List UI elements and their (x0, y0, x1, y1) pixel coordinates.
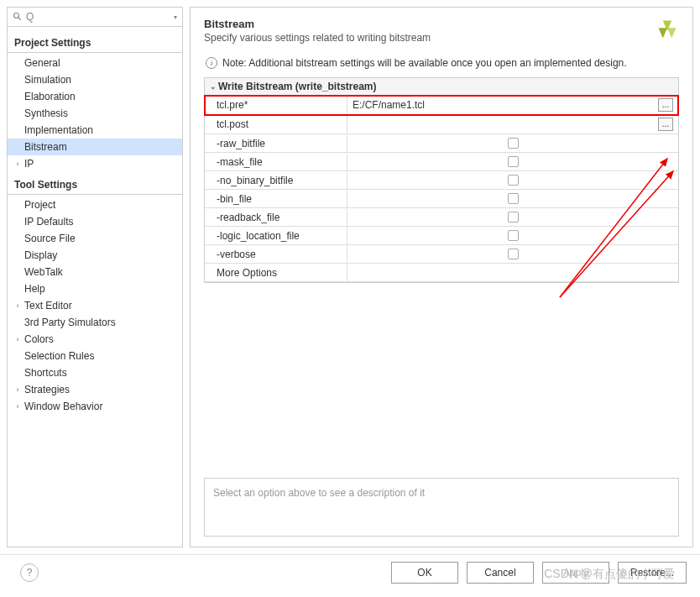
svg-line-1 (18, 18, 21, 20)
chevron-down-icon: ⌄ (210, 82, 217, 91)
checkbox[interactable] (508, 230, 519, 241)
nav-bitstream[interactable]: Bitstream (8, 139, 182, 155)
row-verbose[interactable]: -verbose (205, 245, 678, 264)
nav-3rd-party-sim[interactable]: 3rd Party Simulators (8, 314, 182, 331)
nav-ip-defaults[interactable]: IP Defaults (8, 213, 182, 230)
row-more-options[interactable]: More Options (205, 264, 678, 282)
nav-source-file[interactable]: Source File (8, 230, 182, 247)
search-bar[interactable]: Q ▾ (8, 8, 182, 27)
row-tcl-pre[interactable]: tcl.pre* E:/CF/name1.tcl ... (205, 96, 678, 115)
chevron-right-icon: › (13, 401, 23, 411)
tcl-pre-value: E:/CF/name1.tcl (353, 99, 425, 111)
nav-project[interactable]: Project (8, 196, 182, 213)
checkbox[interactable] (508, 175, 519, 186)
chevron-right-icon: › (13, 385, 23, 395)
checkbox[interactable] (508, 138, 519, 149)
description-box: Select an option above to see a descript… (204, 478, 679, 537)
group-header[interactable]: ⌄ Write Bitstream (write_bitstream) (205, 78, 678, 96)
dialog-buttons: ? OK Cancel Apply Restore... (0, 554, 700, 590)
nav-webtalk[interactable]: WebTalk (8, 264, 182, 280)
checkbox[interactable] (508, 212, 519, 223)
nav-window-behavior[interactable]: ›Window Behavior (8, 398, 182, 415)
nav-synthesis[interactable]: Synthesis (8, 105, 182, 122)
search-placeholder: Q (26, 11, 170, 23)
vivado-logo-icon (656, 18, 679, 41)
chevron-right-icon: › (13, 159, 23, 169)
browse-button[interactable]: ... (658, 98, 673, 112)
row-logic-location-file[interactable]: -logic_location_file (205, 227, 678, 245)
sidebar: Q ▾ Project Settings General Simulation … (7, 7, 183, 547)
nav-colors[interactable]: ›Colors (8, 331, 182, 348)
checkbox[interactable] (508, 156, 519, 167)
nav-ip[interactable]: ›IP (8, 155, 182, 172)
nav-shortcuts[interactable]: Shortcuts (8, 364, 182, 381)
nav-strategies[interactable]: ›Strategies (8, 381, 182, 398)
section-project-settings: Project Settings (8, 34, 182, 53)
chevron-right-icon: › (13, 301, 23, 311)
svg-marker-3 (659, 28, 668, 38)
search-icon (13, 12, 23, 22)
row-readback-file[interactable]: -readback_file (205, 208, 678, 227)
row-mask-file[interactable]: -mask_file (205, 153, 678, 171)
row-raw-bitfile[interactable]: -raw_bitfile (205, 134, 678, 153)
svg-marker-4 (667, 28, 676, 38)
row-no-binary-bitfile[interactable]: -no_binary_bitfile (205, 171, 678, 190)
settings-panel: Bitstream Specify various settings relat… (190, 7, 693, 547)
nav-selection-rules[interactable]: Selection Rules (8, 348, 182, 364)
info-icon: i (206, 57, 217, 69)
help-button[interactable]: ? (20, 563, 39, 582)
browse-button[interactable]: ... (658, 118, 673, 131)
chevron-right-icon: › (13, 334, 23, 344)
cancel-button[interactable]: Cancel (467, 562, 534, 584)
nav-display[interactable]: Display (8, 247, 182, 264)
section-tool-settings: Tool Settings (8, 175, 182, 195)
panel-title: Bitstream (204, 18, 431, 30)
ok-button[interactable]: OK (391, 562, 458, 584)
nav-simulation[interactable]: Simulation (8, 71, 182, 88)
dropdown-icon[interactable]: ▾ (174, 13, 177, 21)
restore-button[interactable]: Restore... (618, 562, 687, 584)
checkbox[interactable] (508, 249, 519, 259)
write-bitstream-group: ⌄ Write Bitstream (write_bitstream) tcl.… (204, 77, 679, 283)
apply-button: Apply (542, 562, 609, 584)
nav-text-editor[interactable]: ›Text Editor (8, 297, 182, 314)
checkbox[interactable] (508, 193, 519, 204)
row-tcl-post[interactable]: tcl.post ... (205, 115, 678, 134)
nav-elaboration[interactable]: Elaboration (8, 88, 182, 105)
note-message: i Note: Additional bitstream settings wi… (204, 54, 679, 77)
row-bin-file[interactable]: -bin_file (205, 190, 678, 208)
nav-general[interactable]: General (8, 55, 182, 71)
nav-implementation[interactable]: Implementation (8, 122, 182, 139)
panel-subtitle: Specify various settings related to writ… (204, 32, 431, 44)
svg-point-0 (14, 13, 19, 18)
nav-help[interactable]: Help (8, 280, 182, 297)
